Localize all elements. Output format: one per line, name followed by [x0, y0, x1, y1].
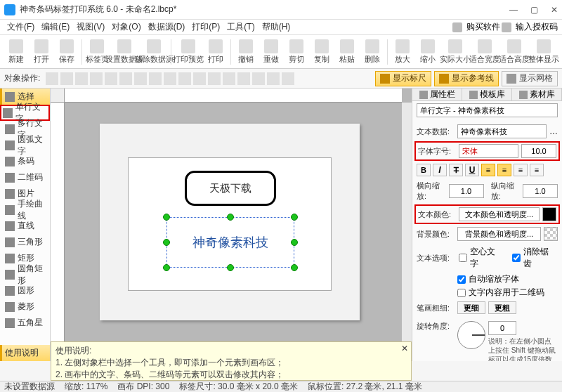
rotate-input[interactable] — [488, 321, 516, 335]
align-center-button[interactable]: ≡ — [497, 164, 511, 176]
db-remove-icon — [147, 39, 161, 53]
font-select[interactable]: 宋体 — [459, 144, 518, 158]
tb-fith[interactable]: 适合高度 — [500, 37, 528, 67]
toggle-guides[interactable]: 显示参考线 — [434, 71, 499, 86]
bg-color-label: 背景颜色: — [417, 229, 455, 240]
tool-star[interactable]: 五角星 — [0, 315, 50, 331]
align-justify-button[interactable]: ≡ — [530, 164, 544, 176]
rotate-dial[interactable] — [457, 321, 485, 349]
tb-undo[interactable]: 撤销 — [234, 37, 258, 67]
canvas-area[interactable]: 天极下载 神奇像素科技 — [51, 89, 412, 361]
stroke-thinner[interactable]: 更细 — [457, 301, 485, 314]
menu-file[interactable]: 文件(F) — [4, 20, 37, 34]
props-icon — [419, 91, 428, 99]
handle-nw[interactable] — [163, 214, 170, 221]
antialias-checkbox[interactable]: 消除锯齿 — [508, 245, 558, 270]
align-icon[interactable] — [46, 72, 58, 85]
tool-diamond[interactable]: 菱形 — [0, 299, 50, 315]
minimize-button[interactable]: — — [509, 5, 518, 15]
tb-zoomin[interactable]: 放大 — [391, 37, 414, 67]
tb-paste[interactable]: 粘贴 — [335, 37, 359, 67]
object-ops-label: 对象操作: — [4, 72, 40, 84]
tool-circle[interactable]: 圆形 — [0, 282, 50, 299]
tool-roundrect[interactable]: 圆角矩形 — [0, 266, 50, 282]
tool-triangle[interactable]: 三角形 — [0, 234, 50, 250]
toggle-grid[interactable]: 显示网格 — [502, 71, 558, 86]
hscale-input[interactable] — [449, 184, 484, 198]
vscale-input[interactable] — [523, 184, 558, 198]
tb-fitw[interactable]: 适合宽度 — [471, 37, 499, 67]
bg-color-button[interactable]: 背景颜色和透明度... — [457, 227, 541, 241]
tb-cut[interactable]: 剪切 — [285, 37, 308, 67]
text-data-input[interactable]: 神奇像素科技 — [457, 124, 547, 138]
bg-color-swatch[interactable] — [544, 227, 558, 241]
tb-delete[interactable]: 删除 — [360, 37, 384, 67]
handle-e[interactable] — [291, 239, 298, 246]
actual-icon — [448, 39, 462, 53]
tool-freehand[interactable]: 手绘曲线 — [0, 202, 50, 218]
ruler-horizontal[interactable] — [65, 89, 402, 103]
menu-datasource[interactable]: 数据源(D) — [145, 20, 188, 34]
fitw-icon — [478, 39, 492, 53]
text-color-button[interactable]: 文本颜色和透明度... — [459, 207, 540, 221]
menu-view[interactable]: 视图(V) — [74, 20, 107, 34]
tb-preview[interactable]: 打印预览 — [174, 37, 202, 67]
tool-barcode[interactable]: 条码 — [0, 153, 50, 169]
tool-help[interactable]: 使用说明 — [0, 345, 50, 361]
text-color-swatch[interactable] — [542, 207, 556, 221]
qrcompat-checkbox[interactable]: 文字内容用于二维码 — [412, 286, 562, 299]
tb-zoomout[interactable]: 缩小 — [416, 37, 440, 67]
tb-save[interactable]: 保存 — [55, 37, 79, 67]
object-name-field[interactable]: 单行文字 - 神奇像素科技 — [417, 103, 558, 117]
tb-actual[interactable]: 实际大小 — [441, 37, 469, 67]
rounded-text-box[interactable]: 天极下载 — [185, 171, 276, 206]
tb-copy[interactable]: 复制 — [310, 37, 334, 67]
maximize-button[interactable]: ▢ — [530, 5, 538, 15]
text-data-more[interactable]: … — [549, 126, 558, 136]
close-button[interactable]: ✕ — [551, 5, 558, 15]
handle-se[interactable] — [291, 264, 298, 271]
font-size-input[interactable] — [521, 144, 556, 158]
buy-link[interactable]: 购买软件 — [466, 21, 500, 33]
handle-ne[interactable] — [291, 214, 298, 221]
tb-print[interactable]: 打印 — [204, 37, 228, 67]
menu-tools[interactable]: 工具(T) — [224, 20, 257, 34]
tool-arc-text[interactable]: 圆弧文字 — [0, 137, 50, 153]
tb-new[interactable]: 新建 — [4, 37, 28, 67]
italic-button[interactable]: I — [433, 164, 447, 176]
align-right-button[interactable]: ≡ — [514, 164, 528, 176]
tab-assets[interactable]: 素材库 — [512, 89, 562, 100]
tab-templates[interactable]: 模板库 — [462, 89, 512, 100]
tb-fitall[interactable]: 整体显示 — [530, 37, 558, 67]
tb-remds[interactable]: 移除数据源 — [140, 37, 168, 67]
autoscale-checkbox[interactable]: 自动缩放字体 — [412, 273, 562, 286]
toggle-ruler[interactable]: 显示标尺 — [375, 71, 431, 86]
tool-line[interactable]: 直线 — [0, 218, 50, 234]
menu-edit[interactable]: 编辑(E) — [39, 20, 72, 34]
menu-object[interactable]: 对象(O) — [109, 20, 143, 34]
handle-n[interactable] — [227, 214, 234, 221]
tb-open[interactable]: 打开 — [30, 37, 53, 67]
tool-qrcode[interactable]: 二维码 — [0, 169, 50, 185]
stroke-thicker[interactable]: 更粗 — [488, 301, 516, 314]
menu-print[interactable]: 打印(P) — [189, 20, 223, 34]
underline-button[interactable]: U — [465, 164, 479, 176]
help-close[interactable]: ✕ — [401, 344, 408, 353]
menu-help[interactable]: 帮助(H) — [259, 20, 294, 34]
label-area[interactable]: 天极下载 神奇像素科技 — [128, 157, 332, 291]
tb-redo[interactable]: 重做 — [259, 37, 283, 67]
scrollbar-vertical[interactable] — [402, 103, 412, 351]
strike-button[interactable]: T̶ — [449, 164, 463, 176]
status-size: 标签尺寸: 30.0 毫米 x 20.0 毫米 — [179, 381, 298, 392]
handle-w[interactable] — [163, 239, 170, 246]
tab-properties[interactable]: 属性栏 — [412, 89, 462, 100]
hollow-checkbox[interactable]: 空心文字 — [455, 245, 504, 270]
bold-button[interactable]: B — [417, 164, 431, 176]
auth-link[interactable]: 输入授权码 — [516, 21, 558, 33]
handle-s[interactable] — [227, 264, 234, 271]
align-left-button[interactable]: ≡ — [481, 164, 495, 176]
selected-text-object[interactable]: 神奇像素科技 — [166, 217, 294, 268]
ruler-vertical[interactable] — [51, 103, 65, 351]
canvas-paper[interactable]: 天极下载 神奇像素科技 — [100, 124, 360, 320]
handle-sw[interactable] — [163, 264, 170, 271]
